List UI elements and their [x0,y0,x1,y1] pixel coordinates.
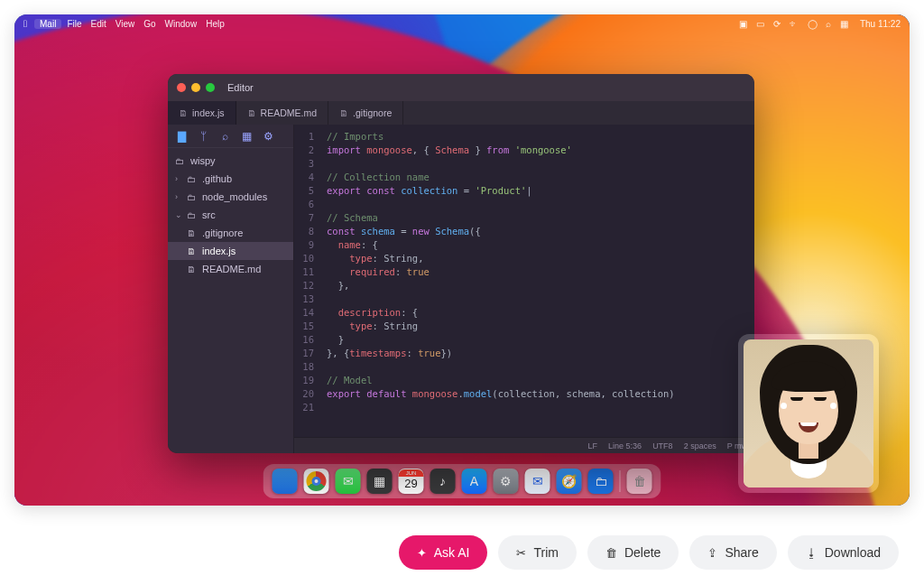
code-editor[interactable]: 123456789101112131415161718192021 // Imp… [294,125,754,437]
editor-statusbar: LF Line 5:36 UTF8 2 spaces P mw [294,437,754,453]
close-icon[interactable] [177,83,186,92]
status-indent[interactable]: 2 spaces [684,441,716,450]
menubar-clock[interactable]: Thu 11:22 [860,19,901,29]
recorder-action-bar: ✦Ask AI ✂Trim 🗑Delete ⇪Share ⭳Download [0,520,924,585]
code-pane: 123456789101112131415161718192021 // Imp… [294,125,754,453]
menu-window[interactable]: Window [165,19,198,29]
folder-icon: 🗀 [175,156,186,166]
file-icon: 🗎 [179,108,188,118]
editor-tabs: 🗎index.js 🗎README.md 🗎.gitignore [168,101,754,125]
tree-root[interactable]: 🗀wispy [168,152,293,170]
dock-divider [620,470,621,492]
menu-go[interactable]: Go [143,19,155,29]
button-label: Download [825,545,881,560]
line-gutter: 123456789101112131415161718192021 [294,125,319,437]
tree-label: wispy [190,155,216,166]
gear-icon[interactable]: ⚙ [262,130,274,143]
tree-label: node_modules [202,191,267,202]
share-icon: ⇪ [707,546,717,560]
folder-icon[interactable]: ▇ [175,130,188,143]
window-titlebar[interactable]: Editor [168,74,754,101]
menu-edit[interactable]: Edit [91,19,106,29]
zoom-icon[interactable] [206,83,215,92]
code-lines: // Importsimport mongoose, { Schema } fr… [319,125,682,437]
dock-files[interactable]: 🗀 [588,469,614,494]
status-toggle-icon[interactable]: ⟳ [773,19,781,29]
status-battery-icon[interactable]: ▭ [756,19,764,29]
macos-dock: ✉ ▦ JUN29 ♪ A ⚙ ✉ 🧭 🗀 🗑 [263,464,661,498]
apple-menu-icon[interactable]:  [23,18,27,29]
status-wifi-icon[interactable]: ᯤ [790,19,799,29]
window-title: Editor [227,82,254,93]
chevron-right-icon: › [175,192,182,201]
tab-index-js[interactable]: 🗎index.js [168,101,236,125]
dock-settings[interactable]: ⚙ [494,469,519,494]
dock-calendar[interactable]: JUN29 [399,469,424,494]
tree-folder-node-modules[interactable]: ›🗀node_modules [168,188,293,206]
trash-icon: 🗑 [605,546,617,560]
macos-menubar:  Mail File Edit View Go Window Help ▣ ▭… [14,14,910,32]
download-icon: ⭳ [806,546,818,560]
chevron-right-icon: › [175,174,182,183]
tree-label: index.js [202,246,236,256]
dock-mail[interactable]: ✉ [525,469,550,494]
tree-label: README.md [202,264,261,274]
status-user-icon[interactable]: ◯ [808,19,818,29]
dock-appstore[interactable]: A [462,469,487,494]
file-icon: 🗎 [247,108,256,118]
webcam-overlay[interactable] [738,334,879,493]
scissors-icon: ✂ [516,546,526,560]
dock-calculator[interactable]: ▦ [367,469,393,494]
tree-file-readme[interactable]: 🗎README.md [168,260,293,278]
status-cursor[interactable]: Line 5:36 [608,441,642,450]
status-search-icon[interactable]: ⌕ [826,19,831,29]
status-lf[interactable]: LF [588,441,598,450]
file-icon: 🗎 [187,246,198,256]
tree-file-gitignore[interactable]: 🗎.gitignore [168,224,293,242]
extensions-icon[interactable]: ▦ [240,130,253,143]
button-label: Trim [533,545,558,560]
dock-finder[interactable] [273,469,298,494]
desktop:  Mail File Edit View Go Window Help ▣ ▭… [14,14,910,506]
status-control-icon[interactable]: ▦ [840,19,848,29]
folder-icon: 🗀 [187,210,198,220]
menu-help[interactable]: Help [206,19,225,29]
share-button[interactable]: ⇪Share [689,535,776,570]
button-label: Share [725,545,758,560]
download-button[interactable]: ⭳Download [788,535,899,570]
search-icon[interactable]: ⌕ [218,130,231,143]
folder-icon: 🗀 [187,174,198,184]
dock-terminal[interactable]: ♪ [430,469,456,494]
trim-button[interactable]: ✂Trim [498,535,576,570]
status-shield-icon[interactable]: ▣ [739,19,747,29]
menu-view[interactable]: View [116,19,135,29]
ask-ai-button[interactable]: ✦Ask AI [399,535,488,570]
webcam-video [744,339,873,488]
tab-gitignore[interactable]: 🗎.gitignore [328,101,403,125]
tab-readme[interactable]: 🗎README.md [236,101,328,125]
menubar-app-name[interactable]: Mail [34,19,61,29]
button-label: Delete [624,545,661,560]
sparkle-icon: ✦ [417,546,427,560]
delete-button[interactable]: 🗑Delete [587,535,679,570]
tree-file-index-js[interactable]: 🗎index.js [168,242,293,260]
dock-chrome[interactable] [304,469,329,494]
tab-label: index.js [192,107,225,118]
menu-file[interactable]: File [67,19,81,29]
button-label: Ask AI [434,545,470,560]
dock-messages[interactable]: ✉ [336,469,361,494]
file-icon: 🗎 [187,265,198,274]
tree-folder-github[interactable]: ›🗀.github [168,170,293,188]
status-enc[interactable]: UTF8 [652,441,673,450]
minimize-icon[interactable] [191,83,200,92]
code-editor-window: Editor 🗎index.js 🗎README.md 🗎.gitignore … [168,74,754,453]
branch-icon[interactable]: ᛘ [197,130,209,143]
chevron-down-icon: ⌄ [175,210,182,219]
file-tree-sidebar: ▇ ᛘ ⌕ ▦ ⚙ 🗀wispy ›🗀.github ›🗀node_module… [168,125,294,453]
tree-folder-src[interactable]: ⌄🗀src [168,206,293,224]
dock-trash[interactable]: 🗑 [627,469,652,494]
dock-safari[interactable]: 🧭 [557,469,582,494]
tab-label: README.md [261,107,317,118]
tree-label: .gitignore [202,228,243,238]
file-icon: 🗎 [339,108,348,118]
